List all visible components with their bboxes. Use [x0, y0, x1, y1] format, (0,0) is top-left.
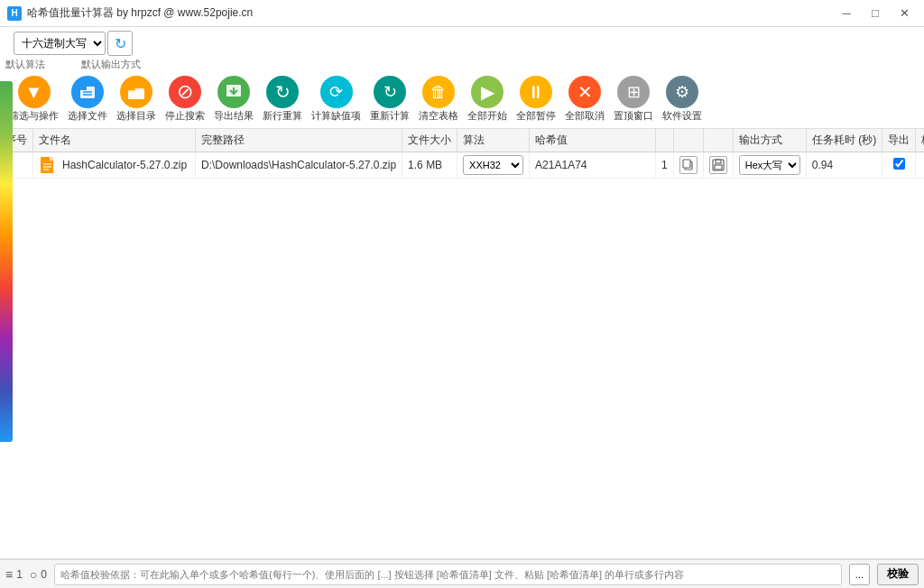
status-bar: ≡ 1 ○ 0 ... 校验	[0, 559, 924, 588]
title-text: 哈希值批量计算器 by hrpzcf @ www.52pojie.cn	[27, 5, 253, 21]
pause-all-icon: ⏸	[520, 76, 552, 108]
title-bar: H 哈希值批量计算器 by hrpzcf @ www.52pojie.cn ─ …	[0, 0, 924, 27]
left-sidebar-decoration	[0, 81, 13, 442]
svg-rect-16	[683, 160, 690, 168]
file-icon	[39, 155, 59, 175]
clear-table-button[interactable]: 🗑 清空表格	[415, 74, 462, 124]
export-result-icon	[217, 76, 250, 108]
col-hash-action3	[703, 129, 733, 152]
hash-count: 1	[661, 159, 668, 171]
toolbar-row1: 十六进制大写 十六进制小写 Base64 ↻ 默认算法 默认输出方式	[5, 31, 919, 71]
algo-dropdown: 十六进制大写 十六进制小写 Base64 ↻	[14, 31, 133, 56]
count1-value: 1	[16, 568, 23, 581]
verify-button[interactable]: 校验	[877, 564, 919, 585]
output-label: 默认输出方式	[81, 58, 141, 71]
table-row: 1 HashCalc	[0, 152, 924, 179]
verify-input[interactable]	[54, 564, 842, 585]
app-icon: H	[7, 6, 22, 21]
start-all-button[interactable]: ▶ 全部开始	[464, 74, 511, 124]
cell-hash-copy	[673, 152, 703, 179]
hash-value: A21A1A74	[535, 159, 587, 171]
hash-copy-button[interactable]	[679, 156, 698, 174]
new-row-recalc-icon: ↻	[266, 76, 299, 108]
row-algo-select[interactable]: XXH32 MD5 SHA1 SHA256	[463, 155, 523, 175]
select-file-label: 选择文件	[68, 109, 107, 123]
stop-search-label: 停止搜索	[165, 109, 205, 123]
close-button[interactable]: ✕	[892, 5, 917, 23]
algo-select[interactable]: 十六进制大写 十六进制小写 Base64	[14, 32, 106, 55]
toolbar-area: 十六进制大写 十六进制小写 Base64 ↻ 默认算法 默认输出方式 ▼ 筛选与…	[0, 27, 924, 129]
cell-output: Hex大写 Hex小写 Base64	[733, 152, 806, 179]
start-all-icon: ▶	[471, 76, 504, 108]
svg-rect-19	[715, 165, 722, 170]
export-result-label: 导出结果	[214, 109, 254, 123]
main-table: 序号 文件名 完整路径 文件大小 算法 哈希值 输出方式 任务耗时 (秒) 导出…	[0, 129, 924, 179]
status-count1: ≡ 1	[5, 567, 23, 582]
reset-window-label: 置顶窗口	[614, 109, 653, 123]
minimize-button[interactable]: ─	[834, 5, 859, 23]
algo-label: 默认算法	[5, 58, 45, 71]
col-hash: 哈希值	[530, 129, 656, 152]
new-row-recalc-button[interactable]: ↻ 新行重算	[259, 74, 306, 124]
recalc-all-icon: ↻	[374, 76, 406, 108]
hash-save-button[interactable]	[709, 156, 727, 174]
col-filename: 文件名	[33, 129, 196, 152]
cell-algo: XXH32 MD5 SHA1 SHA256	[457, 152, 530, 179]
select-dir-label: 选择目录	[116, 109, 156, 123]
svg-rect-1	[80, 87, 87, 90]
reset-window-icon: ⊞	[617, 76, 650, 108]
browse-button[interactable]: ...	[849, 564, 870, 585]
col-output: 输出方式	[733, 129, 806, 152]
export-checkbox[interactable]	[893, 158, 905, 170]
export-result-button[interactable]: 导出结果	[210, 74, 257, 124]
calc-diff-label: 计算缺值项	[311, 109, 361, 123]
col-result: 校验结果	[916, 129, 924, 152]
start-all-label: 全部开始	[467, 109, 507, 123]
filter-button[interactable]: ▼ 筛选与操作	[5, 74, 62, 124]
recalc-all-label: 重新计算	[370, 109, 410, 123]
cell-hash-action2	[703, 152, 733, 179]
count2-icon: ○	[30, 567, 37, 582]
table-area: 序号 文件名 完整路径 文件大小 算法 哈希值 输出方式 任务耗时 (秒) 导出…	[0, 129, 924, 559]
title-bar-left: H 哈希值批量计算器 by hrpzcf @ www.52pojie.cn	[7, 5, 253, 21]
col-time: 任务耗时 (秒)	[806, 129, 882, 152]
cell-hash-num: 1	[656, 152, 674, 179]
cell-hash: A21A1A74	[530, 152, 656, 179]
count1-icon: ≡	[5, 567, 13, 582]
settings-label: 软件设置	[662, 109, 702, 123]
cell-filename: HashCalculator-5.27.0.zip	[33, 152, 196, 179]
recalc-all-button[interactable]: ↻ 重新计算	[366, 74, 413, 124]
cell-path: D:\Downloads\HashCalculator-5.27.0.zip	[196, 152, 402, 179]
select-file-button[interactable]: 选择文件	[64, 74, 111, 124]
cell-time: 0.94	[806, 152, 882, 179]
col-hash-action2	[673, 129, 703, 152]
pause-all-button[interactable]: ⏸ 全部暂停	[513, 74, 559, 124]
new-row-recalc-label: 新行重算	[263, 109, 302, 123]
row-output-select[interactable]: Hex大写 Hex小写 Base64	[739, 155, 800, 175]
cell-result	[916, 152, 924, 179]
svg-rect-11	[50, 157, 53, 161]
maximize-button[interactable]: □	[863, 5, 888, 23]
cancel-all-label: 全部取消	[565, 109, 605, 123]
col-algo: 算法	[457, 129, 530, 152]
refresh-button[interactable]: ↻	[107, 31, 133, 56]
pause-all-label: 全部暂停	[516, 109, 556, 123]
reset-window-button[interactable]: ⊞ 置顶窗口	[610, 74, 657, 124]
col-size: 文件大小	[402, 129, 457, 152]
clear-table-icon: 🗑	[422, 76, 455, 108]
title-bar-controls: ─ □ ✕	[834, 5, 917, 23]
cancel-all-button[interactable]: ✕ 全部取消	[561, 74, 608, 124]
select-dir-icon	[120, 76, 152, 108]
settings-button[interactable]: ⚙ 软件设置	[659, 74, 706, 124]
table-header-row: 序号 文件名 完整路径 文件大小 算法 哈希值 输出方式 任务耗时 (秒) 导出…	[0, 129, 924, 152]
stop-search-button[interactable]: ⊘ 停止搜索	[162, 74, 208, 124]
col-export: 导出	[882, 129, 916, 152]
filename-text: HashCalculator-5.27.0.zip	[62, 159, 187, 171]
toolbar-row2: ▼ 筛选与操作 选择文件 选择目录 ⊘ 停止搜索 导出结果	[5, 74, 919, 124]
settings-icon: ⚙	[666, 76, 698, 108]
stop-search-icon: ⊘	[169, 76, 201, 108]
cell-export	[882, 152, 916, 179]
select-dir-button[interactable]: 选择目录	[113, 74, 160, 124]
calc-diff-button[interactable]: ⟳ 计算缺值项	[308, 74, 365, 124]
svg-rect-18	[716, 160, 721, 163]
